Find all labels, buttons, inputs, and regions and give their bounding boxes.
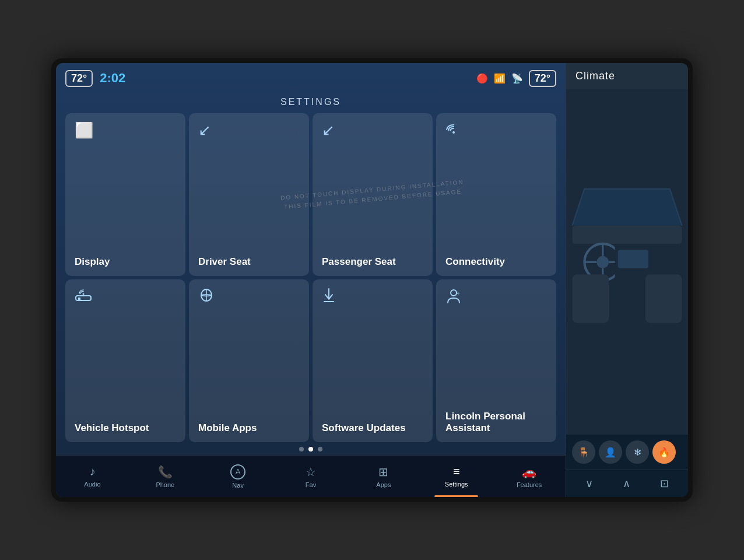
settings-title: SETTINGS bbox=[56, 93, 566, 113]
features-icon: 🚗 bbox=[522, 465, 536, 479]
dot-1[interactable] bbox=[299, 447, 304, 452]
screen-bezel: 72° 2:02 🔴 📶 📡 72° SETTINGS bbox=[51, 58, 693, 502]
phone-label: Phone bbox=[156, 481, 174, 488]
svg-rect-20 bbox=[645, 274, 682, 323]
apps-label: Apps bbox=[376, 481, 391, 488]
right-panel: Climate bbox=[566, 63, 688, 497]
top-bar: 72° 2:02 🔴 📶 📡 72° bbox=[56, 63, 566, 93]
nav-apps[interactable]: ⊞ Apps bbox=[347, 456, 420, 497]
passenger-seat-label: Passenger Seat bbox=[322, 256, 396, 268]
lincoln-assistant-icon: ≋ bbox=[445, 288, 462, 308]
svg-point-12 bbox=[596, 256, 609, 268]
tile-mobile-apps[interactable]: Mobile Apps bbox=[189, 279, 309, 442]
nav-settings[interactable]: ≡ Settings bbox=[420, 456, 493, 497]
nav-fav[interactable]: ☆ Fav bbox=[275, 456, 348, 497]
nav-audio[interactable]: ♪ Audio bbox=[56, 456, 129, 497]
connectivity-icon bbox=[445, 121, 462, 139]
features-label: Features bbox=[517, 481, 542, 488]
nav-nav[interactable]: A Nav bbox=[202, 456, 275, 497]
audio-icon: ♪ bbox=[89, 465, 95, 478]
mobile-apps-label: Mobile Apps bbox=[198, 422, 257, 434]
tile-display[interactable]: ⬜ Display bbox=[65, 113, 185, 276]
tile-lincoln-assistant[interactable]: ≋ Lincoln Personal Assistant bbox=[436, 279, 556, 442]
climate-controls: 🪑 👤 ❄ 🔥 bbox=[566, 435, 688, 470]
svg-rect-2 bbox=[78, 298, 80, 300]
nav-icon: A bbox=[230, 464, 245, 480]
software-updates-icon bbox=[322, 288, 336, 308]
top-bar-left: 72° 2:02 bbox=[65, 70, 125, 87]
tile-driver-seat[interactable]: ↙ Driver Seat bbox=[189, 113, 309, 276]
svg-text:≋: ≋ bbox=[456, 290, 460, 296]
tile-passenger-seat[interactable]: ↙ Passenger Seat DO NOT TOUCH DISPLAY DU… bbox=[313, 113, 433, 276]
nav-label: Nav bbox=[232, 482, 244, 489]
nav-features[interactable]: 🚗 Features bbox=[493, 456, 566, 497]
signal-icon: 📶 bbox=[494, 73, 506, 84]
fav-icon: ☆ bbox=[306, 465, 316, 479]
passenger-seat-icon: ↙ bbox=[322, 121, 335, 139]
bottom-nav: ♪ Audio 📞 Phone A Nav ☆ Fav ⊞ App bbox=[56, 455, 566, 497]
panel-chevron-down[interactable]: ∨ bbox=[581, 475, 598, 492]
temp-value-right: 72° bbox=[535, 72, 550, 84]
settings-grid: ⬜ Display ↙ Driver Seat ↙ Passenger Seat… bbox=[56, 113, 566, 442]
steering-alert-icon: 🔴 bbox=[476, 73, 488, 84]
right-panel-nav: ∨ ∧ ⊡ bbox=[566, 470, 688, 497]
vehicle-hotspot-icon bbox=[75, 288, 92, 307]
display-label: Display bbox=[75, 256, 110, 268]
dot-3[interactable] bbox=[318, 447, 322, 452]
top-bar-right: 🔴 📶 📡 72° bbox=[476, 70, 556, 87]
climate-header: Climate bbox=[566, 63, 688, 89]
page-dots bbox=[56, 442, 566, 455]
settings-label: Settings bbox=[445, 481, 468, 488]
temp-value-left: 72° bbox=[71, 72, 87, 84]
climate-seat-heat-passenger[interactable]: 👤 bbox=[599, 440, 622, 464]
climate-fan-btn[interactable]: 🔥 bbox=[652, 440, 676, 464]
panel-expand[interactable]: ⊡ bbox=[655, 475, 673, 492]
climate-image bbox=[566, 89, 688, 435]
apps-icon: ⊞ bbox=[378, 465, 388, 479]
software-updates-label: Software Updates bbox=[322, 422, 406, 434]
phone-icon: 📞 bbox=[158, 465, 173, 479]
mobile-apps-icon bbox=[198, 288, 215, 307]
main-content: 72° 2:02 🔴 📶 📡 72° SETTINGS bbox=[56, 63, 566, 497]
svg-rect-1 bbox=[76, 296, 91, 300]
audio-label: Audio bbox=[84, 481, 100, 488]
fav-label: Fav bbox=[306, 481, 316, 488]
driver-seat-icon: ↙ bbox=[198, 121, 211, 139]
climate-seat-heat-driver[interactable]: 🪑 bbox=[572, 440, 595, 464]
tile-software-updates[interactable]: Software Updates bbox=[313, 279, 433, 442]
svg-rect-10 bbox=[572, 225, 682, 243]
nav-phone[interactable]: 📞 Phone bbox=[129, 456, 202, 497]
screen: 72° 2:02 🔴 📶 📡 72° SETTINGS bbox=[56, 63, 688, 497]
temp-badge-left: 72° bbox=[65, 70, 93, 87]
connectivity-label: Connectivity bbox=[445, 256, 505, 268]
wifi-icon: 📡 bbox=[511, 73, 523, 84]
panel-chevron-up[interactable]: ∧ bbox=[618, 475, 635, 492]
svg-point-0 bbox=[452, 131, 455, 134]
svg-point-3 bbox=[83, 293, 85, 295]
display-icon: ⬜ bbox=[75, 121, 93, 139]
tile-vehicle-hotspot[interactable]: Vehicle Hotspot bbox=[65, 279, 185, 442]
settings-icon: ≡ bbox=[453, 465, 460, 478]
dot-2[interactable] bbox=[308, 447, 313, 452]
svg-rect-19 bbox=[572, 274, 609, 323]
driver-seat-label: Driver Seat bbox=[198, 256, 251, 268]
tile-connectivity[interactable]: Connectivity bbox=[436, 113, 556, 276]
vehicle-hotspot-label: Vehicle Hotspot bbox=[75, 422, 149, 434]
climate-defrost[interactable]: ❄ bbox=[626, 440, 649, 464]
time-display: 2:02 bbox=[100, 71, 125, 86]
temp-badge-right: 72° bbox=[529, 70, 556, 87]
lincoln-assistant-label: Lincoln Personal Assistant bbox=[445, 411, 547, 434]
svg-rect-18 bbox=[618, 250, 648, 268]
